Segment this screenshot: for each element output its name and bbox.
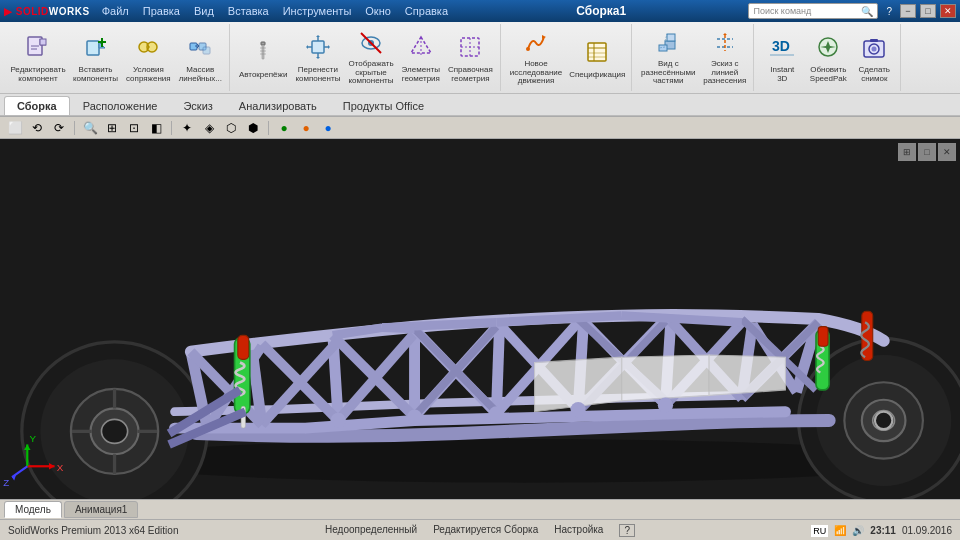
context-bar: ⬜ ⟲ ⟳ 🔍 ⊞ ⊡ ◧ ✦ ◈ ⬡ ⬢ ● ● ● xyxy=(0,117,960,139)
svg-marker-96 xyxy=(709,355,785,395)
svg-rect-102 xyxy=(862,311,873,360)
svg-rect-1 xyxy=(40,39,46,45)
ctx-icon-10[interactable]: ⬡ xyxy=(222,119,240,137)
btn-mate[interactable]: Условиясопряжения xyxy=(123,26,174,90)
bom-icon xyxy=(581,36,613,68)
btn-ref-geometry-label: Элементыгеометрия xyxy=(402,66,440,84)
ctx-icon-9[interactable]: ◈ xyxy=(200,119,218,137)
svg-point-107 xyxy=(489,406,504,421)
status-help[interactable]: ? xyxy=(619,524,635,537)
svg-point-39 xyxy=(872,47,877,52)
ctx-icon-13[interactable]: ● xyxy=(297,119,315,137)
ctx-icon-11[interactable]: ⬢ xyxy=(244,119,262,137)
ctx-icon-12[interactable]: ● xyxy=(275,119,293,137)
svg-rect-101 xyxy=(818,327,828,347)
svg-rect-29 xyxy=(667,34,675,41)
menu-insert[interactable]: Вставка xyxy=(222,5,275,17)
search-bar[interactable]: Поиск команд 🔍 xyxy=(748,3,878,19)
status-bar: SolidWorks Premium 2013 x64 Edition Недо… xyxy=(0,519,960,540)
btn-bom[interactable]: Спецификация xyxy=(567,26,627,90)
btn-edit-component-label: Редактироватькомпонент xyxy=(10,66,65,84)
viewport[interactable]: X Y Z ⊞ □ ✕ xyxy=(0,139,960,499)
btn-smart-fastener[interactable]: Автокрепёжи xyxy=(236,26,290,90)
view-btn-1[interactable]: ⊞ xyxy=(898,143,916,161)
motion-icon xyxy=(520,29,552,57)
ctx-icon-8[interactable]: ✦ xyxy=(178,119,196,137)
ctx-icon-4[interactable]: 🔍 xyxy=(81,119,99,137)
ctx-icon-2[interactable]: ⟲ xyxy=(28,119,46,137)
menu-help[interactable]: Справка xyxy=(399,5,454,17)
app-logo: ▶ SOLIDWORKS xyxy=(4,6,90,17)
tab-office[interactable]: Продукты Office xyxy=(330,96,437,115)
btn-motion[interactable]: Новоеисследованиедвижения xyxy=(507,26,565,90)
tab-model[interactable]: Модель xyxy=(4,501,62,518)
ctx-icon-3[interactable]: ⟳ xyxy=(50,119,68,137)
tab-layout[interactable]: Расположение xyxy=(70,96,171,115)
view-btn-2[interactable]: □ xyxy=(918,143,936,161)
btn-snapshot[interactable]: Сделатьснимок xyxy=(852,26,896,90)
ctx-icon-1[interactable]: ⬜ xyxy=(6,119,24,137)
close-button[interactable]: ✕ xyxy=(940,4,956,18)
status-left: SolidWorks Premium 2013 x64 Edition xyxy=(8,525,178,536)
network-icon: 📶 xyxy=(834,525,846,536)
menu-tools[interactable]: Инструменты xyxy=(277,5,358,17)
btn-insert-component[interactable]: Вставитькомпоненты xyxy=(70,26,121,90)
btn-motion-label: Новоеисследованиедвижения xyxy=(510,60,562,86)
toolbar-group-view: Вид сразнесённымичастями Эскиз слиниейра… xyxy=(634,24,754,91)
minimize-button[interactable]: − xyxy=(900,4,916,18)
btn-linear-pattern[interactable]: Массивлинейных... xyxy=(176,26,225,90)
tab-sketch[interactable]: Эскиз xyxy=(170,96,225,115)
insert-component-icon xyxy=(80,31,112,63)
btn-exploded-label: Вид сразнесённымичастями xyxy=(641,60,695,86)
ctx-icon-5[interactable]: ⊞ xyxy=(103,119,121,137)
btn-snapshot-label: Сделатьснимок xyxy=(859,66,890,84)
instant3d-icon: 3D xyxy=(766,31,798,63)
btn-ref-geometry[interactable]: Элементыгеометрия xyxy=(399,26,443,90)
smart-fastener-icon xyxy=(247,36,279,68)
svg-rect-10 xyxy=(261,42,265,45)
maximize-button[interactable]: □ xyxy=(920,4,936,18)
svg-rect-4 xyxy=(87,41,99,55)
svg-text:3D: 3D xyxy=(772,38,790,54)
btn-move-component[interactable]: Перенестикомпоненты xyxy=(292,26,343,90)
ribbon-tabs: Сборка Расположение Эскиз Анализировать … xyxy=(0,94,960,116)
btn-show-hidden[interactable]: Отображатьскрытыекомпоненты xyxy=(345,26,396,90)
tab-animation[interactable]: Анимация1 xyxy=(64,501,139,518)
tab-assembly[interactable]: Сборка xyxy=(4,96,70,115)
btn-instant3d-label: Instant3D xyxy=(770,66,794,84)
btn-explode-line-label: Эскиз слиниейразнесения xyxy=(703,60,746,86)
menu-window[interactable]: Окно xyxy=(359,5,397,17)
btn-move-label: Перенестикомпоненты xyxy=(295,66,340,84)
btn-ref-geometry2-label: Справочнаягеометрия xyxy=(448,66,493,84)
status-settings[interactable]: Настройка xyxy=(554,524,603,537)
menu-edit[interactable]: Правка xyxy=(137,5,186,17)
btn-edit-component[interactable]: Редактироватькомпонент xyxy=(8,26,68,90)
status-underdefined: Недоопределенный xyxy=(325,524,417,537)
btn-ref-geometry2[interactable]: Справочнаягеометрия xyxy=(445,26,496,90)
show-hidden-icon xyxy=(355,29,387,57)
title-bar: ▶ SOLIDWORKS Файл Правка Вид Вставка Инс… xyxy=(0,0,960,22)
menu-file[interactable]: Файл xyxy=(96,5,135,17)
ctx-icon-14[interactable]: ● xyxy=(319,119,337,137)
mate-icon xyxy=(132,31,164,63)
title-bar-menu: Файл Правка Вид Вставка Инструменты Окно… xyxy=(96,5,454,17)
svg-line-15 xyxy=(361,33,381,53)
btn-linear-pattern-label: Массивлинейных... xyxy=(179,66,222,84)
btn-instant3d[interactable]: 3D Instant3D xyxy=(760,26,804,90)
btn-explode-line[interactable]: Эскиз слиниейразнесения xyxy=(700,26,749,90)
ctx-icon-6[interactable]: ⊡ xyxy=(125,119,143,137)
btn-exploded-view[interactable]: Вид сразнесённымичастями xyxy=(638,26,698,90)
btn-speedpak-label: ОбновитьSpeedPak xyxy=(810,66,847,84)
view-btn-3[interactable]: ✕ xyxy=(938,143,956,161)
status-center: Недоопределенный Редактируется Сборка На… xyxy=(325,524,635,537)
ref-geometry2-icon xyxy=(454,31,486,63)
menu-view[interactable]: Вид xyxy=(188,5,220,17)
linear-pattern-icon xyxy=(184,31,216,63)
title-bar-right: Поиск команд 🔍 ? − □ ✕ xyxy=(748,3,956,19)
btn-mate-label: Условиясопряжения xyxy=(126,66,171,84)
ctx-icon-7[interactable]: ◧ xyxy=(147,119,165,137)
svg-rect-9 xyxy=(203,47,210,54)
btn-speedpak[interactable]: ОбновитьSpeedPak xyxy=(806,26,850,90)
tab-analyze[interactable]: Анализировать xyxy=(226,96,330,115)
svg-rect-40 xyxy=(870,39,878,42)
